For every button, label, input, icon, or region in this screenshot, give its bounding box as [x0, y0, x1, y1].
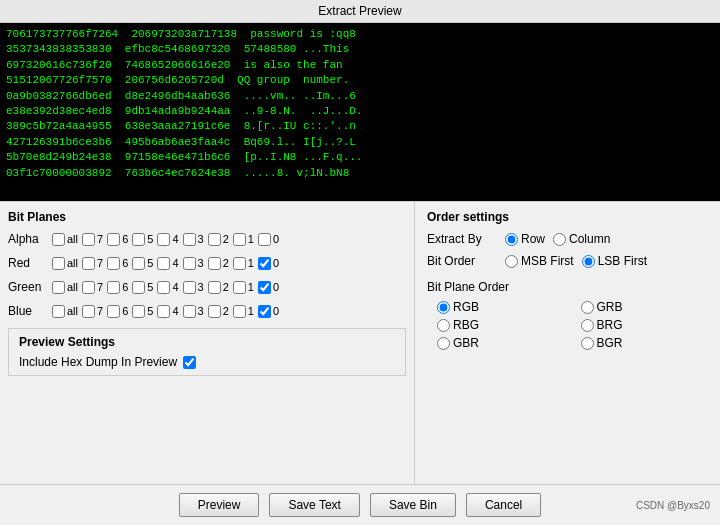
extract-by-section: Extract By Row Column Bit Order [427, 232, 708, 268]
alpha-2-item: 2 [208, 233, 229, 246]
alpha-7-checkbox[interactable] [82, 233, 95, 246]
green-all-label: all [67, 281, 78, 293]
extract-by-row-radio[interactable] [505, 233, 518, 246]
brg-option: BRG [581, 318, 709, 332]
green-4-item: 4 [157, 281, 178, 294]
green-5-item: 5 [132, 281, 153, 294]
green-2-label: 2 [223, 281, 229, 293]
red-7-item: 7 [82, 257, 103, 270]
blue-7-checkbox[interactable] [82, 305, 95, 318]
blue-5-label: 5 [147, 305, 153, 317]
order-settings-title: Order settings [427, 210, 708, 224]
blue-6-label: 6 [122, 305, 128, 317]
alpha-4-checkbox[interactable] [157, 233, 170, 246]
red-7-label: 7 [97, 257, 103, 269]
alpha-2-checkbox[interactable] [208, 233, 221, 246]
preview-button[interactable]: Preview [179, 493, 260, 517]
green-2-checkbox[interactable] [208, 281, 221, 294]
extract-by-column-radio[interactable] [553, 233, 566, 246]
green-3-item: 3 [183, 281, 204, 294]
bgr-label: BGR [597, 336, 623, 350]
window-title: Extract Preview [318, 4, 401, 18]
blue-0-item: 0 [258, 305, 279, 318]
green-5-checkbox[interactable] [132, 281, 145, 294]
green-0-item: 0 [258, 281, 279, 294]
green-7-checkbox[interactable] [82, 281, 95, 294]
bit-plane-order-grid: RGB GRB RBG BRG [427, 300, 708, 350]
rgb-radio[interactable] [437, 301, 450, 314]
bit-plane-order-title: Bit Plane Order [427, 280, 708, 294]
alpha-5-checkbox[interactable] [132, 233, 145, 246]
red-1-checkbox[interactable] [233, 257, 246, 270]
blue-4-item: 4 [157, 305, 178, 318]
alpha-3-checkbox[interactable] [183, 233, 196, 246]
red-3-checkbox[interactable] [183, 257, 196, 270]
alpha-0-item: 0 [258, 233, 279, 246]
blue-6-checkbox[interactable] [107, 305, 120, 318]
red-all-checkbox[interactable] [52, 257, 65, 270]
red-2-item: 2 [208, 257, 229, 270]
blue-1-checkbox[interactable] [233, 305, 246, 318]
blue-5-checkbox[interactable] [132, 305, 145, 318]
red-0-label: 0 [273, 257, 279, 269]
blue-2-checkbox[interactable] [208, 305, 221, 318]
green-all-checkbox[interactable] [52, 281, 65, 294]
extract-by-column-option: Column [553, 232, 610, 246]
lsb-first-radio[interactable] [582, 255, 595, 268]
rbg-label: RBG [453, 318, 479, 332]
preview-line: e38e392d38ec4ed8 9db14ada9b9244aa ..9-8.… [6, 104, 714, 119]
extract-by-row-label: Row [521, 232, 545, 246]
save-bin-button[interactable]: Save Bin [370, 493, 456, 517]
green-3-checkbox[interactable] [183, 281, 196, 294]
red-1-item: 1 [233, 257, 254, 270]
lsb-first-label: LSB First [598, 254, 647, 268]
blue-7-label: 7 [97, 305, 103, 317]
gbr-radio[interactable] [437, 337, 450, 350]
red-5-checkbox[interactable] [132, 257, 145, 270]
red-6-checkbox[interactable] [107, 257, 120, 270]
blue-1-item: 1 [233, 305, 254, 318]
bottom-bar: Preview Save Text Save Bin Cancel CSDN @… [0, 484, 720, 525]
red-2-checkbox[interactable] [208, 257, 221, 270]
alpha-all-checkbox[interactable] [52, 233, 65, 246]
red-0-checkbox[interactable] [258, 257, 271, 270]
alpha-6-checkbox[interactable] [107, 233, 120, 246]
rbg-radio[interactable] [437, 319, 450, 332]
blue-0-checkbox[interactable] [258, 305, 271, 318]
alpha-0-checkbox[interactable] [258, 233, 271, 246]
alpha-1-checkbox[interactable] [233, 233, 246, 246]
green-1-checkbox[interactable] [233, 281, 246, 294]
credit-text: CSDN @Byxs20 [636, 500, 710, 511]
preview-area[interactable]: 706173737766f7264 206973203a717138 passw… [0, 23, 720, 201]
blue-4-checkbox[interactable] [157, 305, 170, 318]
hex-dump-checkbox[interactable] [183, 356, 196, 369]
brg-radio[interactable] [581, 319, 594, 332]
blue-all-label: all [67, 305, 78, 317]
green-6-checkbox[interactable] [107, 281, 120, 294]
order-settings-panel: Order settings Extract By Row Column [415, 202, 720, 484]
green-7-item: 7 [82, 281, 103, 294]
green-2-item: 2 [208, 281, 229, 294]
extract-by-column-label: Column [569, 232, 610, 246]
alpha-7-label: 7 [97, 233, 103, 245]
blue-3-checkbox[interactable] [183, 305, 196, 318]
red-6-item: 6 [107, 257, 128, 270]
red-3-label: 3 [198, 257, 204, 269]
red-7-checkbox[interactable] [82, 257, 95, 270]
red-4-checkbox[interactable] [157, 257, 170, 270]
blue-2-label: 2 [223, 305, 229, 317]
gbr-option: GBR [437, 336, 565, 350]
msb-first-radio[interactable] [505, 255, 518, 268]
bgr-radio[interactable] [581, 337, 594, 350]
blue-all-checkbox[interactable] [52, 305, 65, 318]
grb-radio[interactable] [581, 301, 594, 314]
green-4-checkbox[interactable] [157, 281, 170, 294]
save-text-button[interactable]: Save Text [269, 493, 359, 517]
bit-order-label: Bit Order [427, 254, 497, 268]
green-0-label: 0 [273, 281, 279, 293]
cancel-button[interactable]: Cancel [466, 493, 541, 517]
green-1-label: 1 [248, 281, 254, 293]
green-6-item: 6 [107, 281, 128, 294]
preview-line: 389c5b72a4aa4955 638e3aaa27191c6e 8.[r..… [6, 119, 714, 134]
green-0-checkbox[interactable] [258, 281, 271, 294]
